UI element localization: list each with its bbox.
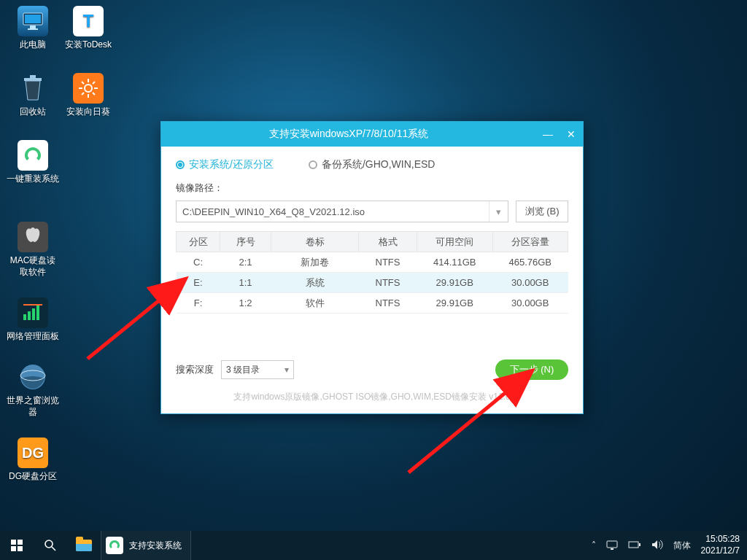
minimize-button[interactable]: — <box>536 122 560 147</box>
search-depth-label: 搜索深度 <box>176 363 214 376</box>
partition-table: 分区 序号 卷标 格式 可用空间 分区容量 C:2:1新加卷NTFS414.11… <box>176 231 568 314</box>
svg-rect-1 <box>25 15 41 23</box>
svg-rect-17 <box>32 308 35 320</box>
search-depth-select[interactable]: 3 级目录 ▾ <box>221 360 294 379</box>
tab-backup[interactable]: 备份系统/GHO,WIN,ESD <box>309 158 436 171</box>
dialog-title: 支持安装windowsXP/7/8/10/11系统 <box>161 128 536 141</box>
taskbar-explorer[interactable] <box>67 531 101 560</box>
table-row[interactable]: F:1:2软件NTFS29.91GB30.00GB <box>177 293 568 314</box>
icon-label: 回收站 <box>6 106 60 118</box>
icon-label: 安装向日葵 <box>61 106 115 118</box>
desktop-icon-reinstall[interactable]: 一键重装系统 <box>6 140 60 185</box>
svg-line-14 <box>93 82 95 84</box>
table-row-selected[interactable]: E:1:1系统NTFS29.91GB30.00GB <box>177 273 568 293</box>
tray-time: 15:05:28 <box>701 534 740 545</box>
table-row[interactable]: C:2:1新加卷NTFS414.11GB465.76GB <box>177 252 568 273</box>
desktop-icon-mac-disk[interactable]: MAC硬盘读取软件 <box>6 222 60 278</box>
desktop-icon-todesk[interactable]: T 安装ToDesk <box>61 6 115 51</box>
icon-label: 此电脑 <box>6 39 60 51</box>
radio-icon <box>176 160 185 169</box>
desktop-icon-dg-partition[interactable]: DG DG硬盘分区 <box>6 438 60 483</box>
col-label: 卷标 <box>271 232 359 252</box>
col-free: 可用空间 <box>417 232 493 252</box>
svg-rect-27 <box>611 548 614 550</box>
icon-label: 一键重装系统 <box>6 174 60 185</box>
col-format: 格式 <box>359 232 417 252</box>
tray-battery-icon[interactable] <box>628 540 641 551</box>
browse-button[interactable]: 浏览 (B) <box>516 201 568 222</box>
icon-label: 世界之窗浏览器 <box>6 395 60 418</box>
desktop-icon-recycle-bin[interactable]: 回收站 <box>6 73 60 118</box>
taskbar: 支持安装系统 ˄ 简体 15:05:28 2021/12/7 <box>0 531 747 560</box>
icon-label: 网络管理面板 <box>6 331 60 343</box>
svg-rect-29 <box>639 543 640 546</box>
svg-line-13 <box>82 93 84 95</box>
next-button[interactable]: 下一步 (N) <box>495 359 568 380</box>
tray-datetime[interactable]: 15:05:28 2021/12/7 <box>701 534 740 556</box>
svg-rect-3 <box>28 28 38 30</box>
installer-dialog: 支持安装windowsXP/7/8/10/11系统 — ✕ 安装系统/还原分区 … <box>160 121 584 414</box>
icon-label: 安装ToDesk <box>61 39 115 51</box>
svg-line-25 <box>52 547 55 551</box>
svg-line-12 <box>93 93 95 95</box>
svg-rect-4 <box>24 78 42 81</box>
radio-icon <box>309 160 317 169</box>
folder-icon <box>76 540 92 551</box>
close-button[interactable]: ✕ <box>560 122 583 147</box>
svg-point-6 <box>85 85 92 92</box>
tray-chevron-up-icon[interactable]: ˄ <box>592 540 596 551</box>
col-seq: 序号 <box>220 232 271 252</box>
svg-rect-19 <box>23 304 42 306</box>
desktop-icon-net-panel[interactable]: 网络管理面板 <box>6 298 60 343</box>
icon-label: DG硬盘分区 <box>6 471 60 483</box>
svg-rect-5 <box>30 75 36 78</box>
search-icon <box>44 539 57 552</box>
chevron-down-icon: ▾ <box>285 365 289 375</box>
taskbar-app-label: 支持安装系统 <box>129 540 182 552</box>
tray-volume-icon[interactable] <box>651 540 663 552</box>
taskbar-active-app[interactable]: 支持安装系统 <box>101 531 191 560</box>
app-icon <box>106 537 123 554</box>
svg-point-24 <box>45 540 53 548</box>
image-path-text: C:\DEEPIN_WIN10_X64_Q8_V2021.12.iso <box>182 206 365 217</box>
desktop-icon-this-pc[interactable]: 此电脑 <box>6 6 60 51</box>
col-size: 分区容量 <box>492 232 568 252</box>
icon-label: MAC硬盘读取软件 <box>6 255 60 278</box>
svg-rect-18 <box>36 306 39 320</box>
start-button[interactable] <box>0 531 34 560</box>
tray-network-icon[interactable] <box>606 540 618 552</box>
tab-install-restore[interactable]: 安装系统/还原分区 <box>176 158 274 171</box>
tray-ime[interactable]: 简体 <box>673 540 691 552</box>
svg-line-11 <box>82 82 84 84</box>
taskbar-search[interactable] <box>34 531 67 560</box>
chevron-down-icon[interactable]: ▾ <box>489 201 508 222</box>
image-path-label: 镜像路径： <box>176 182 568 195</box>
svg-rect-16 <box>28 311 31 320</box>
col-partition: 分区 <box>177 232 220 252</box>
tray-date: 2021/12/7 <box>701 545 740 557</box>
dialog-footer-note: 支持windows原版镜像,GHOST ISO镜像,GHO,WIM,ESD镜像安… <box>161 391 583 403</box>
image-path-combo[interactable]: C:\DEEPIN_WIN10_X64_Q8_V2021.12.iso ▾ <box>176 201 508 222</box>
svg-rect-2 <box>30 26 36 28</box>
dialog-titlebar[interactable]: 支持安装windowsXP/7/8/10/11系统 — ✕ <box>161 122 583 147</box>
svg-rect-15 <box>23 314 26 320</box>
svg-rect-28 <box>629 542 638 548</box>
svg-rect-26 <box>607 541 617 548</box>
desktop-icon-world-browser[interactable]: 世界之窗浏览器 <box>6 362 60 418</box>
desktop-icon-sunflower[interactable]: 安装向日葵 <box>61 73 115 118</box>
